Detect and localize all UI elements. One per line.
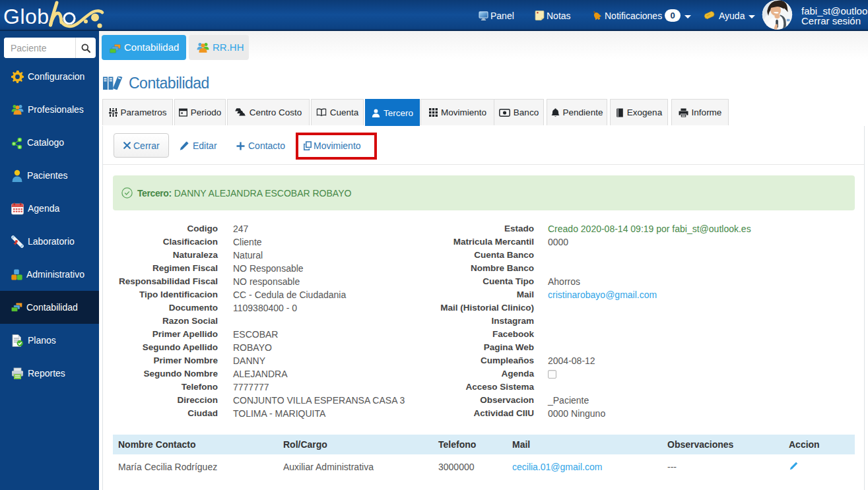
svg-text:Glob: Glob	[3, 5, 50, 28]
